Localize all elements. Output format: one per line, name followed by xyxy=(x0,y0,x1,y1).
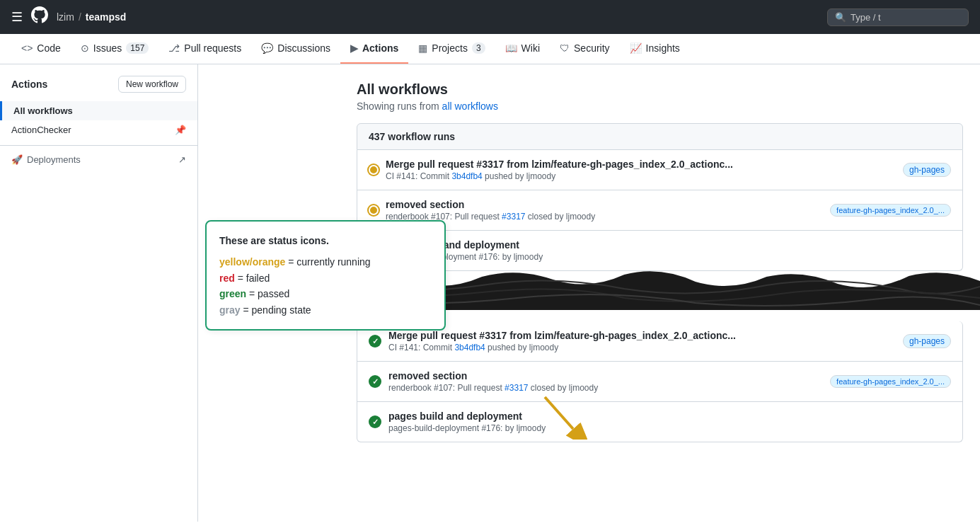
sidebar-item-actionchecker[interactable]: ActionChecker 📌 xyxy=(0,120,197,139)
workflow-run-item-3[interactable]: pages build and deployment pages-build-d… xyxy=(357,231,962,270)
commit-link[interactable]: 3b4dfb4 xyxy=(451,171,482,181)
github-logo[interactable] xyxy=(31,6,48,28)
tooltip-gray-desc: = pending state xyxy=(241,304,311,316)
content-area: These are status icons. yellow/orange = … xyxy=(198,64,980,522)
tooltip-green-desc: = passed xyxy=(246,288,289,299)
tooltip-green-line: green = passed xyxy=(219,286,432,302)
workflow-count-text: 437 workflow runs xyxy=(369,131,455,142)
tab-wiki-label: Wiki xyxy=(521,42,540,54)
pin-icon: 📌 xyxy=(175,125,186,135)
green-commit-link-1[interactable]: 3b4dfb4 xyxy=(454,343,485,352)
workflow-green-meta-1: CI #141: Commit 3b4dfb4 pushed by ljmood… xyxy=(388,343,896,352)
workflow-green-info-3: pages build and deployment pages-build-d… xyxy=(388,411,951,433)
wiki-icon: 📖 xyxy=(505,42,517,54)
repo-name[interactable]: teampsd xyxy=(86,11,127,23)
new-workflow-button[interactable]: New workflow xyxy=(118,76,186,93)
workflow-tag-2[interactable]: feature-gh-pages_index_2.0_... xyxy=(830,204,951,217)
tab-security-label: Security xyxy=(574,42,610,54)
tab-discussions-label: Discussions xyxy=(277,42,330,54)
workflow-run-item-green-2[interactable]: ✓ removed section renderbook #107: Pull … xyxy=(357,362,962,402)
pr-icon: ⎇ xyxy=(168,42,180,54)
status-icon-yellow-2 xyxy=(369,205,379,215)
status-icon-green-2: ✓ xyxy=(369,375,381,388)
top-navigation: ☰ lzim / teampsd 🔍 Type / t xyxy=(0,0,980,34)
tooltip-yellow-desc: = currently running xyxy=(285,256,370,268)
tab-pr-label: Pull requests xyxy=(184,42,241,54)
workflow-green-name-2: removed section xyxy=(388,370,823,381)
tab-security[interactable]: 🛡 Security xyxy=(550,34,620,64)
pr-link[interactable]: #3317 xyxy=(502,212,525,222)
tab-discussions[interactable]: 💬 Discussions xyxy=(251,34,340,64)
workflow-info: Merge pull request #3317 from lzim/featu… xyxy=(386,159,896,181)
tooltip-yellow-label: yellow/orange xyxy=(219,256,285,268)
hamburger-menu[interactable]: ☰ xyxy=(11,9,23,25)
workflow-green-meta-3: pages-build-deployment #176: by ljmoody xyxy=(388,423,951,433)
breadcrumb: lzim / teampsd xyxy=(57,11,126,23)
workflow-green-name-3: pages build and deployment xyxy=(388,411,951,422)
workflow-run-name-2: removed section xyxy=(386,199,823,210)
status-icon-green-1: ✓ xyxy=(369,335,381,348)
second-workflow-section: ✓ Merge pull request #3317 from lzim/fea… xyxy=(357,321,963,442)
sidebar-deployments[interactable]: 🚀 Deployments ↗ xyxy=(0,145,197,173)
tab-pullrequests[interactable]: ⎇ Pull requests xyxy=(158,34,251,64)
workflow-run-item[interactable]: removed section renderbook #107: Pull re… xyxy=(357,190,962,231)
tab-projects-label: Projects xyxy=(432,42,468,54)
tab-code-label: Code xyxy=(37,42,60,54)
sidebar-title: Actions xyxy=(11,79,47,90)
green-pr-link-2[interactable]: #3317 xyxy=(505,383,528,393)
tooltip-callout: These are status icons. yellow/orange = … xyxy=(205,220,446,331)
search-box[interactable]: 🔍 Type / t xyxy=(827,8,969,26)
all-workflows-label: All workflows xyxy=(13,105,73,116)
tab-actions-label: Actions xyxy=(362,42,398,54)
org-link[interactable]: lzim xyxy=(57,11,74,23)
workflow-green-info-2: removed section renderbook #107: Pull re… xyxy=(388,370,823,393)
security-icon: 🛡 xyxy=(560,42,570,54)
workflow-info-2: removed section renderbook #107: Pull re… xyxy=(386,199,823,222)
page-subtitle: Showing runs from all workflows xyxy=(357,101,963,112)
external-link-icon: ↗ xyxy=(178,154,186,165)
tab-projects[interactable]: ▦ Projects 3 xyxy=(408,34,495,64)
subtitle-link[interactable]: all workflows xyxy=(442,101,498,112)
workflow-name-label: ActionChecker xyxy=(11,125,71,135)
sidebar-header: Actions New workflow xyxy=(0,76,197,101)
sidebar-item-all-workflows[interactable]: All workflows xyxy=(0,101,197,120)
workflow-run-meta-2: renderbook #107: Pull request #3317 clos… xyxy=(386,212,823,222)
issues-icon: ⊙ xyxy=(81,42,89,54)
tab-issues-label: Issues xyxy=(93,42,122,54)
tab-wiki[interactable]: 📖 Wiki xyxy=(495,34,550,64)
repo-navigation: <> Code ⊙ Issues 157 ⎇ Pull requests 💬 D… xyxy=(0,34,980,64)
workflow-run-item[interactable]: Merge pull request #3317 from lzim/featu… xyxy=(357,150,962,190)
tooltip-red-line: red = failed xyxy=(219,270,432,286)
workflow-green-info-1: Merge pull request #3317 from lzim/featu… xyxy=(388,330,896,352)
workflow-green-tag-2[interactable]: feature-gh-pages_index_2.0_... xyxy=(830,375,951,388)
arrow-indicator xyxy=(538,390,587,442)
main-container: Actions New workflow All workflows Actio… xyxy=(0,64,980,522)
tooltip-red-desc: = failed xyxy=(235,272,270,284)
tab-code[interactable]: <> Code xyxy=(11,34,71,64)
workflow-run-name-3: pages build and deployment xyxy=(386,239,951,251)
search-icon: 🔍 xyxy=(835,12,846,23)
search-placeholder: Type / t xyxy=(851,12,881,23)
status-icon-green-3: ✓ xyxy=(369,415,381,428)
svg-line-1 xyxy=(545,397,573,429)
workflow-run-name: Merge pull request #3317 from lzim/featu… xyxy=(386,159,896,170)
sidebar: Actions New workflow All workflows Actio… xyxy=(0,64,198,522)
workflow-green-tag-1[interactable]: gh-pages xyxy=(903,334,951,348)
issues-badge: 157 xyxy=(126,42,149,54)
workflow-run-item-green-3[interactable]: ✓ pages build and deployment pages-build… xyxy=(357,402,962,442)
workflow-run-meta-3: pages-build-deployment #176: by ljmoody xyxy=(386,252,951,262)
tab-issues[interactable]: ⊙ Issues 157 xyxy=(71,34,159,64)
tab-insights[interactable]: 📈 Insights xyxy=(620,34,690,64)
page-title: All workflows xyxy=(357,81,963,98)
workflow-run-item-green-1[interactable]: ✓ Merge pull request #3317 from lzim/fea… xyxy=(357,321,962,362)
tab-actions[interactable]: ▶ Actions xyxy=(340,34,408,64)
rocket-icon: 🚀 xyxy=(11,154,23,165)
workflow-list: Merge pull request #3317 from lzim/featu… xyxy=(357,150,963,271)
workflow-tag[interactable]: gh-pages xyxy=(903,163,951,177)
breadcrumb-separator: / xyxy=(79,11,81,23)
tooltip-green-label: green xyxy=(219,288,246,299)
main-content: All workflows Showing runs from all work… xyxy=(357,81,963,442)
tooltip-yellow-line: yellow/orange = currently running xyxy=(219,254,432,270)
projects-icon: ▦ xyxy=(418,42,427,54)
projects-badge: 3 xyxy=(472,42,485,54)
